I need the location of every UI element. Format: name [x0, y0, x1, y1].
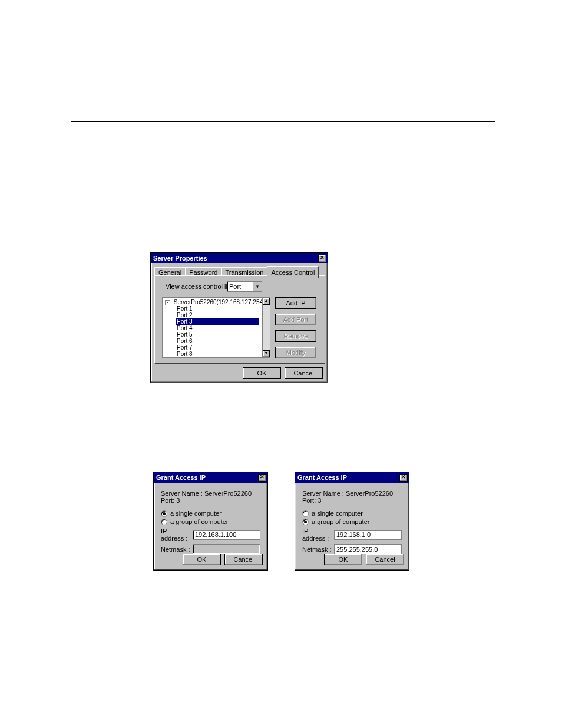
tree-port-item[interactable]: Port 4: [176, 325, 259, 331]
grant-info: Server Name : ServerPro52260 Port: 3: [161, 490, 260, 504]
close-icon[interactable]: ✕: [258, 474, 266, 482]
side-button-group: Add IP Add Port Remove Modify: [275, 297, 316, 358]
ok-button[interactable]: OK: [243, 367, 281, 379]
radio-group[interactable]: [161, 519, 167, 525]
ip-address-label: IP address :: [161, 528, 190, 542]
close-icon[interactable]: ✕: [399, 474, 408, 482]
grant-access-dialog-single: Grant Access IP ✕ Server Name : ServerPr…: [153, 472, 268, 571]
cancel-button[interactable]: Cancel: [224, 554, 263, 565]
view-by-combo[interactable]: Port ▼: [227, 281, 262, 292]
modify-button: Modify: [275, 347, 316, 358]
tree-collapse-icon[interactable]: -: [165, 300, 170, 305]
radio-single-row[interactable]: a single computer: [302, 510, 402, 517]
radio-group[interactable]: [302, 519, 309, 525]
dialog-footer: OK Cancel: [243, 367, 323, 379]
server-properties-dialog: Server Properties ✕ General Password Tra…: [150, 252, 328, 383]
tree-port-item[interactable]: Port 7: [176, 344, 259, 351]
radio-single[interactable]: [302, 510, 309, 517]
view-by-combo-value: Port: [227, 282, 253, 291]
tree-port-item[interactable]: Port 1: [176, 305, 259, 312]
remove-button: Remove: [275, 330, 316, 342]
tree-port-item[interactable]: Port 2: [176, 312, 259, 318]
ip-address-label: IP address :: [302, 528, 332, 542]
netmask-field[interactable]: 255.255.255.0: [334, 544, 402, 554]
tab-body: View access control list by : Port ▼ - S…: [154, 275, 325, 364]
server-name-label: Server Name : ServerPro52260: [161, 490, 260, 497]
radio-single-label: a single computer: [312, 510, 363, 517]
ip-address-field[interactable]: 192.168.1.0: [334, 530, 402, 540]
cancel-button[interactable]: Cancel: [366, 554, 404, 565]
chevron-down-icon[interactable]: ▼: [253, 282, 262, 291]
tree-port-item[interactable]: Port 3: [176, 318, 259, 325]
close-icon[interactable]: ✕: [318, 255, 326, 262]
radio-group-row[interactable]: a group of computer: [161, 518, 260, 525]
port-label: Port: 3: [302, 497, 402, 504]
port-tree[interactable]: - ServerPro52260(192.168.127.254) Port 1…: [162, 297, 262, 358]
radio-single-label: a single computer: [170, 510, 222, 517]
tree-root-label: ServerPro52260(192.168.127.254): [174, 299, 262, 305]
radio-group-row[interactable]: a group of computer: [302, 518, 402, 525]
scroll-down-icon[interactable]: ▼: [263, 350, 270, 357]
titlebar: Grant Access IP ✕: [295, 472, 409, 483]
ok-button[interactable]: OK: [324, 554, 362, 565]
tree-port-item[interactable]: Port 9: [176, 357, 259, 358]
grant-access-dialog-group: Grant Access IP ✕ Server Name : ServerPr…: [295, 472, 409, 571]
netmask-label: Netmask :: [161, 546, 190, 553]
tab-access-control[interactable]: Access Control: [267, 266, 319, 278]
add-port-button: Add Port: [275, 314, 316, 325]
titlebar: Grant Access IP ✕: [154, 472, 267, 483]
dialog-title: Server Properties: [153, 255, 318, 262]
scroll-up-icon[interactable]: ▲: [263, 298, 270, 305]
radio-group-label: a group of computer: [312, 518, 369, 525]
grant-info: Server Name : ServerPro52260 Port: 3: [302, 490, 402, 504]
cancel-button[interactable]: Cancel: [285, 367, 323, 379]
radio-single[interactable]: [161, 510, 167, 517]
netmask-label: Netmask :: [302, 546, 332, 553]
tree-port-item[interactable]: Port 5: [176, 331, 259, 338]
dialog-title: Grant Access IP: [297, 474, 399, 481]
ip-address-field[interactable]: 192.168.1.100: [193, 530, 260, 540]
add-ip-button[interactable]: Add IP: [275, 297, 316, 309]
page-divider: [71, 121, 495, 122]
port-label: Port: 3: [161, 497, 260, 504]
radio-group-label: a group of computer: [170, 518, 228, 525]
titlebar: Server Properties ✕: [151, 253, 328, 263]
radio-single-row[interactable]: a single computer: [161, 510, 260, 517]
tree-scrollbar[interactable]: ▲ ▼: [262, 297, 270, 358]
netmask-field: [193, 544, 260, 554]
dialog-title: Grant Access IP: [156, 474, 258, 481]
server-name-label: Server Name : ServerPro52260: [302, 490, 402, 497]
ok-button[interactable]: OK: [183, 554, 221, 565]
tree-port-item[interactable]: Port 6: [176, 338, 259, 344]
tree-port-item[interactable]: Port 8: [176, 351, 259, 357]
